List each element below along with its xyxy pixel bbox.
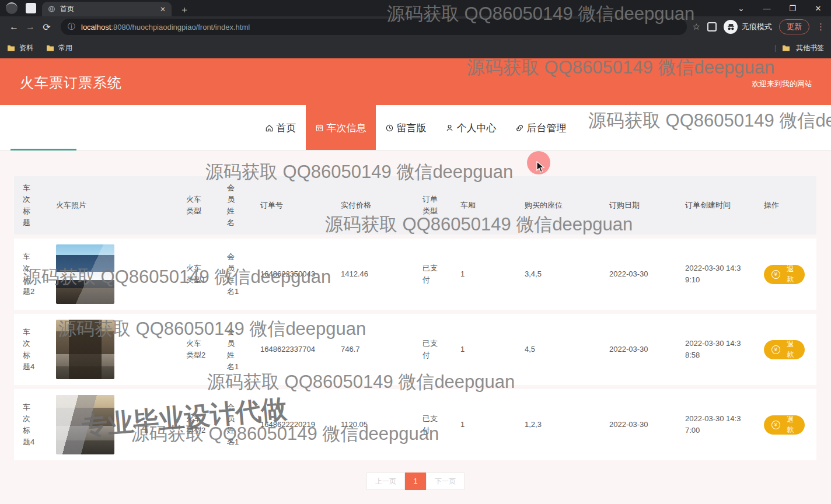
cell-carriage: 1	[452, 237, 516, 312]
watermark: 源码获取 QQ86050149 微信deepguan	[205, 160, 513, 184]
currency-icon: ¥	[771, 421, 780, 429]
folder-icon	[46, 44, 54, 51]
nav-item-message-board[interactable]: 留言版	[376, 105, 436, 150]
refund-button[interactable]: ¥退款	[764, 265, 805, 284]
folder-icon	[7, 44, 15, 51]
cell-created-time: 2022-03-30 14:37:00	[676, 387, 755, 461]
folder-icon	[782, 44, 790, 51]
cell-created-time: 2022-03-30 14:39:10	[676, 237, 755, 312]
watermark: 源码获取 QQ86050149 微信deepguan	[23, 265, 331, 289]
cell-order-type: 已支付	[414, 237, 452, 312]
mouse-cursor-icon	[536, 161, 547, 174]
current-page-button[interactable]: 1	[405, 473, 426, 490]
screen: 首页 ✕ ＋ ⌄ — ❐ ✕ ← → ⟳ ⓘ localhost:8080/hu…	[0, 0, 831, 504]
forward-button[interactable]: →	[22, 22, 39, 32]
tab-title: 首页	[60, 4, 155, 14]
nav-item-admin[interactable]: 后台管理	[506, 105, 576, 150]
page-info-icon[interactable]: ⓘ	[68, 22, 75, 32]
prev-page-button[interactable]: 上一页	[366, 473, 405, 490]
reload-button[interactable]: ⟳	[39, 22, 55, 33]
pagination: 上一页 1 下一页	[14, 473, 817, 490]
cell-order-date: 2022-03-30	[600, 237, 676, 312]
nav-label: 个人中心	[457, 121, 497, 135]
home-icon	[265, 124, 274, 132]
nav-divider	[0, 150, 831, 150]
col-train-title: 车次标题	[14, 176, 47, 237]
nav-active-underline	[11, 149, 76, 150]
bookmark-folder-changyong[interactable]: 常用	[46, 43, 72, 53]
bookmark-label: 资料	[19, 43, 33, 53]
incognito-badge: 无痕模式	[724, 20, 772, 34]
cell-train-title: 车次标题4	[14, 387, 47, 461]
cell-carriage: 1	[452, 387, 516, 461]
nav-label: 留言版	[397, 121, 427, 135]
nav-item-train-info[interactable]: 车次信息	[306, 105, 376, 150]
nav-item-personal-center[interactable]: 个人中心	[436, 105, 506, 150]
clock-icon	[385, 124, 394, 132]
col-train-photo: 火车照片	[47, 176, 177, 237]
side-panel-icon[interactable]	[707, 22, 717, 32]
browser-logo-icon	[6, 2, 18, 14]
welcome-text: 欢迎来到我的网站	[752, 79, 812, 89]
tab-close-icon[interactable]: ✕	[160, 5, 166, 13]
currency-icon: ¥	[771, 345, 780, 354]
close-window-button[interactable]: ✕	[805, 4, 831, 13]
incognito-icon	[727, 23, 735, 32]
watermark: 源码获取 QQ86050149 微信deepguan	[325, 212, 633, 237]
watermark: 源码获取 QQ86050149 微信deepguan	[58, 317, 366, 341]
nav-item-home[interactable]: 首页	[256, 105, 306, 150]
app-window-icon	[26, 3, 36, 13]
cell-seats: 4,5	[516, 312, 600, 387]
currency-icon: ¥	[771, 270, 780, 279]
next-page-button[interactable]: 下一页	[426, 473, 465, 490]
col-actions: 操作	[755, 176, 816, 237]
watermark: 源码获取 QQ86050149 微信deepguan	[588, 108, 831, 133]
cell-order-date: 2022-03-30	[600, 387, 676, 461]
refund-label: 退款	[784, 340, 797, 359]
schedule-icon	[315, 124, 324, 132]
nav-label: 首页	[277, 121, 296, 135]
minimize-button[interactable]: —	[754, 4, 780, 13]
update-button[interactable]: 更新	[779, 19, 809, 34]
refund-button[interactable]: ¥退款	[764, 340, 805, 359]
nav-label: 后台管理	[527, 121, 567, 135]
col-member-name: 会员姓名	[218, 176, 252, 237]
col-order-no: 订单号	[252, 176, 332, 237]
cell-train-title: 车次标题4	[14, 312, 47, 387]
cell-created-time: 2022-03-30 14:38:58	[676, 312, 755, 387]
nav-label: 车次信息	[327, 121, 366, 135]
browser-tab[interactable]: 首页 ✕	[42, 2, 172, 16]
site-title: 火车票订票系统	[20, 74, 122, 92]
cell-seats: 1,2,3	[516, 387, 600, 461]
refund-button[interactable]: ¥退款	[764, 415, 805, 435]
cell-price: 1412.46	[332, 237, 414, 312]
watermark: 源码获取 QQ86050149 微信deepguan	[467, 55, 774, 80]
cell-seats: 3,4,5	[516, 237, 600, 312]
incognito-label: 无痕模式	[742, 22, 772, 32]
other-bookmarks[interactable]: 其他书签	[796, 43, 824, 53]
bookmark-folder-ziliao[interactable]: 资料	[7, 43, 33, 53]
tab-search-icon[interactable]: ⌄	[728, 4, 754, 13]
refund-label: 退款	[784, 264, 797, 284]
col-created-time: 订单创建时间	[676, 176, 755, 237]
refund-label: 退款	[784, 415, 797, 435]
bookmarks-separator: |	[774, 44, 776, 52]
cell-order-date: 2022-03-30	[600, 312, 676, 387]
watermark: 源码获取 QQ86050149 微信deepguan	[387, 2, 694, 26]
user-icon	[445, 124, 454, 132]
browser-menu-icon[interactable]: ⋮	[816, 22, 825, 32]
link-icon	[515, 124, 524, 132]
watermark: 源码获取 QQ86050149 微信deepguan	[207, 370, 515, 394]
back-button[interactable]: ←	[6, 22, 22, 32]
url-path: :8080/huochpiaodingpiao/front/index.html	[111, 23, 250, 32]
new-tab-button[interactable]: ＋	[180, 4, 189, 16]
url-host: localhost	[81, 23, 111, 32]
globe-favicon-icon	[48, 5, 55, 13]
bookmark-label: 常用	[58, 43, 72, 53]
restore-button[interactable]: ❐	[780, 4, 805, 13]
col-train-type: 火车类型	[177, 176, 218, 237]
